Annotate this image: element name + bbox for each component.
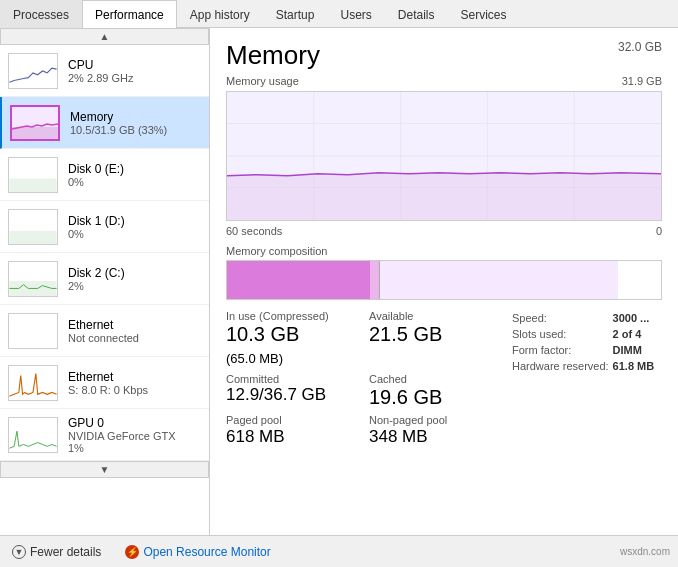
slots-value: 2 of 4 <box>613 326 659 342</box>
speed-value: 3000 ... <box>613 310 659 326</box>
gpu0-label: GPU 0 <box>68 416 176 430</box>
committed-label: Committed <box>226 373 361 385</box>
disk0-label: Disk 0 (E:) <box>68 162 124 176</box>
sidebar-item-ethernet1[interactable]: Ethernet Not connected <box>0 305 209 357</box>
tab-app-history[interactable]: App history <box>177 0 263 28</box>
hardware-label: Hardware reserved: <box>512 358 613 374</box>
tab-details[interactable]: Details <box>385 0 448 28</box>
cpu-thumbnail <box>8 53 58 89</box>
comp-inuse <box>227 261 370 299</box>
form-row: Form factor: DIMM <box>512 342 658 358</box>
cpu-chart-icon <box>9 54 57 88</box>
ethernet2-chart-icon <box>9 366 57 400</box>
gpu0-chart-icon <box>9 418 57 452</box>
hardware-row: Hardware reserved: 61.8 MB <box>512 358 658 374</box>
composition-bar <box>226 260 662 300</box>
monitor-label: Open Resource Monitor <box>143 545 270 559</box>
speed-label: Speed: <box>512 310 613 326</box>
right-stats-table: Speed: 3000 ... Slots used: 2 of 4 Form … <box>512 310 658 374</box>
memory-usage-chart <box>226 91 662 221</box>
svg-rect-3 <box>9 178 56 191</box>
disk0-thumbnail <box>8 157 58 193</box>
disk2-chart-icon <box>9 262 57 296</box>
sidebar-item-ethernet2[interactable]: Ethernet S: 8.0 R: 0 Kbps <box>0 357 209 409</box>
disk1-chart-icon <box>9 210 57 244</box>
hardware-value: 61.8 MB <box>613 358 659 374</box>
sidebar: ▲ CPU 2% 2.89 GHz Me <box>0 28 210 535</box>
usage-value: 31.9 GB <box>622 75 662 87</box>
cached-value: 19.6 GB <box>369 386 504 408</box>
tab-startup[interactable]: Startup <box>263 0 328 28</box>
disk2-label: Disk 2 (C:) <box>68 266 125 280</box>
stats-right: Speed: 3000 ... Slots used: 2 of 4 Form … <box>512 310 662 447</box>
stats-area: In use (Compressed) 10.3 GB (65.0 MB) Av… <box>226 310 662 447</box>
tab-processes[interactable]: Processes <box>0 0 82 28</box>
disk1-label: Disk 1 (D:) <box>68 214 125 228</box>
tab-services[interactable]: Services <box>448 0 520 28</box>
stat-paged-pool: Paged pool 618 MB <box>226 414 361 447</box>
sidebar-item-gpu0[interactable]: GPU 0 NVIDIA GeForce GTX 1% <box>0 409 209 461</box>
stat-in-use: In use (Compressed) 10.3 GB (65.0 MB) <box>226 310 361 367</box>
disk0-detail: 0% <box>68 176 124 188</box>
usage-label-row: Memory usage 31.9 GB <box>226 75 662 87</box>
watermark: wsxdn.com <box>620 546 670 557</box>
sidebar-scroll-up[interactable]: ▲ <box>0 28 209 45</box>
stats-left: In use (Compressed) 10.3 GB (65.0 MB) Av… <box>226 310 504 447</box>
disk1-thumbnail <box>8 209 58 245</box>
form-value: DIMM <box>613 342 659 358</box>
available-label: Available <box>369 310 504 322</box>
sidebar-item-disk0[interactable]: Disk 0 (E:) 0% <box>0 149 209 201</box>
memory-chart-svg <box>227 92 661 220</box>
non-paged-pool-value: 348 MB <box>369 427 504 447</box>
disk2-thumbnail <box>8 261 58 297</box>
panel-title: Memory <box>226 40 320 71</box>
speed-row: Speed: 3000 ... <box>512 310 658 326</box>
ethernet1-detail: Not connected <box>68 332 139 344</box>
ethernet2-detail: S: 8.0 R: 0 Kbps <box>68 384 148 396</box>
tab-performance[interactable]: Performance <box>82 0 177 28</box>
sidebar-item-disk2[interactable]: Disk 2 (C:) 2% <box>0 253 209 305</box>
sidebar-item-cpu[interactable]: CPU 2% 2.89 GHz <box>0 45 209 97</box>
slots-label: Slots used: <box>512 326 613 342</box>
cached-label: Cached <box>369 373 504 385</box>
ethernet2-thumbnail <box>8 365 58 401</box>
panel-header: Memory 32.0 GB <box>226 40 662 71</box>
paged-pool-value: 618 MB <box>226 427 361 447</box>
memory-panel: Memory 32.0 GB Memory usage 31.9 GB <box>210 28 678 535</box>
gpu0-detail: NVIDIA GeForce GTX <box>68 430 176 442</box>
gpu0-thumbnail <box>8 417 58 453</box>
memory-chart-icon <box>12 107 58 139</box>
sidebar-item-disk1[interactable]: Disk 1 (D:) 0% <box>0 201 209 253</box>
chart-time-end: 0 <box>656 225 662 237</box>
gpu0-info: GPU 0 NVIDIA GeForce GTX 1% <box>68 416 176 454</box>
memory-title: Memory <box>226 40 320 70</box>
svg-rect-9 <box>9 366 56 400</box>
open-resource-monitor-button[interactable]: ⚡ Open Resource Monitor <box>121 543 274 561</box>
stat-non-paged-pool: Non-paged pool 348 MB <box>369 414 504 447</box>
disk2-info: Disk 2 (C:) 2% <box>68 266 125 292</box>
fewer-details-button[interactable]: ▼ Fewer details <box>8 543 105 561</box>
memory-thumbnail <box>10 105 60 141</box>
sidebar-item-memory[interactable]: Memory 10.5/31.9 GB (33%) <box>0 97 209 149</box>
ethernet1-label: Ethernet <box>68 318 139 332</box>
cpu-detail: 2% 2.89 GHz <box>68 72 133 84</box>
ethernet2-info: Ethernet S: 8.0 R: 0 Kbps <box>68 370 148 396</box>
svg-rect-5 <box>9 230 56 243</box>
tab-users[interactable]: Users <box>327 0 384 28</box>
sidebar-scroll-down[interactable]: ▼ <box>0 461 209 478</box>
svg-rect-8 <box>9 314 56 348</box>
disk1-info: Disk 1 (D:) 0% <box>68 214 125 240</box>
ethernet1-thumbnail <box>8 313 58 349</box>
ethernet1-info: Ethernet Not connected <box>68 318 139 344</box>
memory-detail: 10.5/31.9 GB (33%) <box>70 124 167 136</box>
chevron-down-icon: ▼ <box>12 545 26 559</box>
memory-info: Memory 10.5/31.9 GB (33%) <box>70 110 167 136</box>
stat-cached: Cached 19.6 GB <box>369 373 504 408</box>
chart-time-start: 60 seconds <box>226 225 282 237</box>
composition-label: Memory composition <box>226 245 662 257</box>
in-use-value: 10.3 GB (65.0 MB) <box>226 323 361 367</box>
comp-modified <box>370 261 379 299</box>
ethernet2-label: Ethernet <box>68 370 148 384</box>
cpu-info: CPU 2% 2.89 GHz <box>68 58 133 84</box>
available-value: 21.5 GB <box>369 323 504 345</box>
